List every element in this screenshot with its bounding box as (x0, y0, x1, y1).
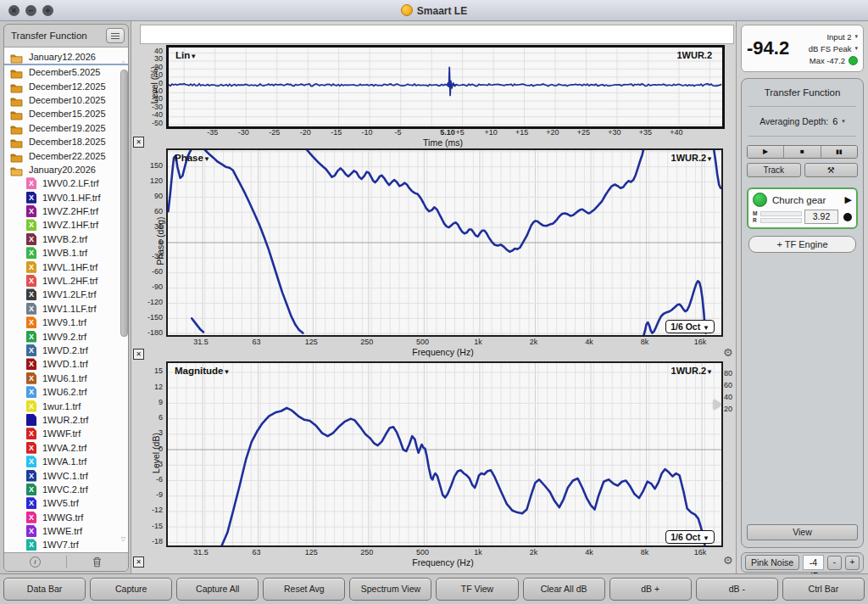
trace-file-item[interactable]: X1WWG.trf (4, 511, 128, 524)
db-plus-button[interactable]: dB + (609, 578, 692, 601)
tf-view-button[interactable]: TF View (436, 578, 518, 601)
meter-unit-select[interactable]: dB FS Peak▾ (809, 44, 858, 53)
trace-file-item[interactable]: X1WVB.1.trf (4, 246, 128, 260)
level-minus-button[interactable]: - (827, 556, 842, 570)
trace-file-item[interactable]: X1WVB.2.trf (4, 232, 128, 246)
folder-item[interactable]: December10.2025 (4, 93, 128, 107)
trace-file-item[interactable]: X1WV5.trf (4, 496, 128, 510)
scrollbar-thumb[interactable] (120, 70, 128, 337)
pause-button[interactable]: ▮▮ (821, 146, 857, 158)
magnitude-close-button[interactable]: ✕ (133, 556, 144, 568)
phase-plot[interactable] (166, 148, 723, 337)
folder-item[interactable]: December15.2025 (4, 107, 128, 120)
folder-item[interactable]: January12.2026 (4, 49, 128, 65)
stop-button[interactable]: ■ (784, 146, 821, 158)
scroll-down-icon[interactable]: ▽ (120, 536, 127, 543)
trace-file-item[interactable]: X1WU6.1.trf (4, 372, 128, 385)
add-tf-engine-button[interactable]: + TF Engine (748, 236, 856, 253)
trace-file-icon: X (26, 303, 36, 315)
magnitude-trace-selector[interactable]: 1WUR.2▼ (671, 366, 713, 376)
trace-file-icon: X (26, 219, 36, 231)
tf-engine-card[interactable]: Church gear ▶ M R 3.92 (747, 187, 858, 229)
phase-settings-gear-icon[interactable]: ⚙ (723, 346, 733, 359)
lin-plot[interactable] (166, 45, 725, 129)
tools-button[interactable]: ⚒ (804, 163, 859, 177)
trace-file-item[interactable]: X1WV1.2LF.trf (4, 288, 128, 301)
trace-file-item[interactable]: X1WVL.1HF.trf (4, 260, 128, 273)
x-tick-label: 250 (360, 548, 373, 556)
coherence-pointer-icon[interactable] (714, 400, 721, 410)
trace-file-item[interactable]: X1WVC.2.trf (4, 483, 128, 496)
sidebar-menu-button[interactable] (106, 28, 125, 43)
magnitude-smoothing-selector[interactable]: 1/6 Oct ▼ (665, 530, 715, 544)
lin-close-button[interactable]: ✕ (133, 137, 144, 148)
dropdown-caret-icon: ▼ (706, 368, 713, 376)
play-button[interactable]: ▶ (748, 146, 784, 158)
phase-trace-selector[interactable]: 1WUR.2▼ (671, 153, 713, 163)
folder-item[interactable]: January20.2026 (4, 163, 128, 176)
folder-item[interactable]: December19.2025 (4, 121, 128, 135)
trace-file-item[interactable]: X1WV0.2.LF.trf (4, 176, 128, 190)
trace-file-item[interactable]: 1WUR.2.trf (4, 413, 128, 427)
lin-type-selector[interactable]: Lin▼ (175, 50, 197, 60)
trace-file-item[interactable]: X1WV1.1LF.trf (4, 302, 128, 316)
folder-item[interactable]: December18.2025 (4, 135, 128, 148)
view-button[interactable]: View (747, 524, 858, 540)
x-tick-label: 1k (474, 548, 482, 556)
folder-item[interactable]: December5.2025 (4, 65, 128, 79)
magnitude-plot[interactable] (166, 361, 723, 547)
trace-file-item[interactable]: X1WVC.1.trf (4, 468, 128, 482)
trace-file-icon: X (26, 484, 36, 495)
trace-file-icon: X (26, 358, 36, 370)
lin-trace-selector[interactable]: 1WUR.2 (676, 50, 712, 60)
magnitude-settings-gear-icon[interactable]: ⚙ (723, 554, 733, 567)
bottom-toolbar: Data BarCaptureCapture AllReset AvgSpect… (0, 573, 868, 604)
trace-file-item[interactable]: X1WV0.1.HF.trf (4, 191, 128, 204)
trace-file-item[interactable]: X1WVD.2.trf (4, 344, 128, 357)
db-minus-button[interactable]: dB - (696, 578, 778, 601)
trace-file-item[interactable]: X1WVZ.2HF.trf (4, 204, 128, 218)
trace-file-name: 1WVD.2.trf (42, 345, 88, 355)
trace-file-item[interactable]: X1WWF.trf (4, 427, 128, 440)
magnitude-type-selector[interactable]: Magnitude▼ (175, 366, 230, 376)
level-plus-button[interactable]: + (845, 556, 860, 570)
trace-file-item[interactable]: X1WV9.2.trf (4, 329, 128, 343)
trace-file-item[interactable]: X1WVD.1.trf (4, 357, 128, 371)
x-tick-label: 4k (585, 338, 593, 346)
capture-all-button[interactable]: Capture All (176, 578, 259, 601)
folder-item[interactable]: December22.2025 (4, 148, 128, 162)
phase-type-selector[interactable]: Phase▼ (175, 153, 210, 163)
delay-value-field[interactable]: 3.92 (804, 210, 838, 224)
data-bar-button[interactable]: Data Bar (3, 578, 86, 601)
trace-file-item[interactable]: X1WU6.2.trf (4, 385, 128, 399)
ctrl-bar-button[interactable]: Ctrl Bar (782, 578, 865, 601)
delete-file-button[interactable] (67, 553, 129, 571)
folder-item[interactable]: December12.2025 (4, 79, 128, 92)
trace-file-item[interactable]: X1wur.1.trf (4, 399, 128, 412)
engine-play-icon[interactable]: ▶ (845, 194, 852, 205)
trace-file-item[interactable]: X1WVA.2.trf (4, 441, 128, 455)
trace-file-item[interactable]: X1WVA.1.trf (4, 455, 128, 468)
engine-knob[interactable] (843, 213, 852, 221)
reset-avg-button[interactable]: Reset Avg (263, 578, 345, 601)
scroll-up-icon[interactable]: △ (120, 59, 127, 66)
capture-button[interactable]: Capture (90, 578, 172, 601)
averaging-depth-label: Averaging Depth: (760, 116, 828, 126)
trace-file-item[interactable]: X1WV7.trf (4, 538, 128, 551)
averaging-depth-value[interactable]: 6 (832, 116, 837, 126)
phase-close-button[interactable]: ✕ (133, 349, 144, 360)
trace-file-item[interactable]: X1WVZ.1HF.trf (4, 218, 128, 232)
track-button[interactable]: Track (747, 163, 801, 177)
trace-file-item[interactable]: X1WVL.2HF.trf (4, 274, 128, 288)
spectrum-view-button[interactable]: Spectrum View (349, 578, 431, 601)
trace-file-item[interactable]: X1WV9.1.trf (4, 316, 128, 329)
phase-smoothing-selector[interactable]: 1/6 Oct ▼ (665, 320, 715, 333)
pink-noise-button[interactable]: Pink Noise (745, 555, 799, 570)
trace-file-icon: X (26, 539, 36, 551)
file-info-button[interactable]: i (4, 553, 66, 571)
clear-all-db-button[interactable]: Clear All dB (523, 578, 605, 601)
trace-file-item[interactable]: X1WWE.trf (4, 524, 128, 538)
averaging-depth-control[interactable]: Averaging Depth: 6 ▾ (747, 116, 858, 126)
input-select[interactable]: Input 2▾ (826, 32, 858, 42)
file-list-scrollbar[interactable]: △ ▽ (120, 59, 127, 542)
